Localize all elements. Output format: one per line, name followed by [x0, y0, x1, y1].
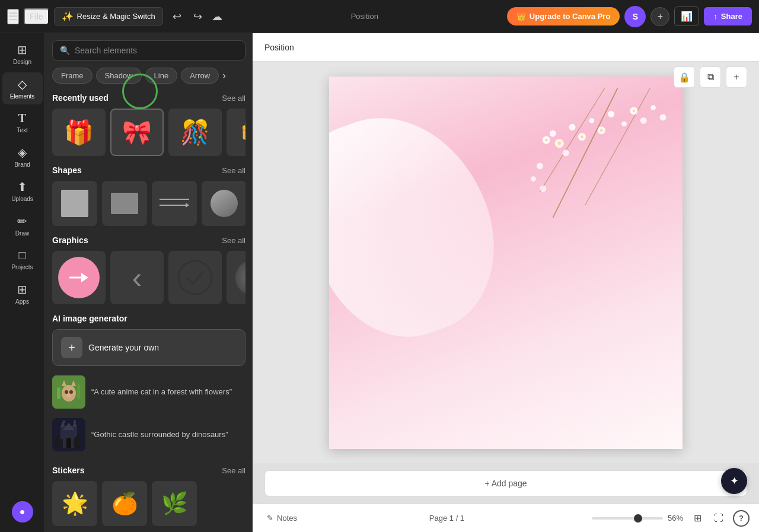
share-label: Share	[721, 12, 742, 21]
search-input[interactable]	[75, 46, 238, 55]
sidebar-item-projects[interactable]: □ Projects	[2, 244, 43, 275]
apps-icon: ⊞	[17, 282, 27, 297]
magic-fab-icon: ✦	[730, 474, 739, 488]
stickers-title: Stickers	[52, 466, 84, 475]
filter-chips: Frame Shadow Line Arrow ›	[45, 65, 253, 88]
design-canvas[interactable]: ↻	[329, 77, 683, 449]
graphic-item-blob[interactable]	[227, 251, 245, 304]
undo-button[interactable]: ↩	[168, 8, 186, 26]
view-options: ⊞ ⛶	[688, 509, 728, 528]
zoom-slider-thumb[interactable]	[634, 514, 642, 523]
gift-ribbon-icon: 🎊	[180, 119, 210, 146]
recently-used-see-all[interactable]: See all	[222, 94, 245, 103]
add-element-button[interactable]: +	[726, 66, 747, 88]
filter-chip-line[interactable]: Line	[145, 68, 178, 84]
sidebar-item-draw[interactable]: ✏ Draw	[2, 209, 43, 241]
grid-view-button[interactable]: ⊞	[688, 509, 707, 528]
sidebar-item-design[interactable]: ⊞ Design	[2, 38, 43, 70]
graphic-item-arrow-pink[interactable]	[52, 251, 106, 304]
shapes-see-all[interactable]: See all	[222, 166, 245, 175]
cloud-save-button[interactable]: ☁	[212, 10, 222, 23]
ai-generate-label: Generate your own	[88, 343, 159, 352]
gift-box-1-icon: 🎁	[64, 119, 94, 146]
svg-point-4	[178, 261, 212, 294]
arrow-line-shape	[160, 202, 189, 208]
help-button[interactable]: ?	[733, 510, 750, 527]
redo-button[interactable]: ↪	[189, 8, 207, 26]
user-avatar-button[interactable]: S	[624, 6, 646, 27]
recently-used-item-2[interactable]: 🎀	[110, 109, 164, 156]
sidebar-item-text[interactable]: T Text	[2, 107, 43, 138]
sticker-item-3[interactable]: 🌿	[152, 481, 197, 526]
gothic-castle-thumbnail-svg	[52, 418, 85, 451]
hamburger-menu-button[interactable]: ☰	[7, 9, 19, 24]
sidebar-item-apps[interactable]: ⊞ Apps	[2, 278, 43, 310]
filter-chips-more-button[interactable]: ›	[222, 68, 226, 84]
analytics-button[interactable]: 📊	[674, 7, 699, 26]
recently-used-grid: 🎁 🎀 🎊 🎁 ›	[52, 109, 245, 156]
undo-redo-group: ↩ ↪	[168, 8, 207, 26]
sidebar-design-label: Design	[13, 59, 31, 65]
sticker-item-2[interactable]: 🍊	[102, 481, 147, 526]
recently-used-item-1[interactable]: 🎁	[52, 109, 106, 156]
notes-button[interactable]: ✎ Notes	[262, 511, 302, 525]
checkmark-circle-graphic	[177, 260, 213, 295]
recently-used-item-4[interactable]: 🎁	[227, 109, 245, 156]
magic-fab-button[interactable]: ✦	[721, 468, 747, 494]
recently-used-item-3[interactable]: 🎊	[168, 109, 222, 156]
shapes-title: Shapes	[52, 165, 82, 175]
position-bar: Position	[253, 33, 759, 62]
circle-shape	[211, 190, 238, 217]
file-menu-button[interactable]: File	[24, 8, 49, 25]
user-profile-button[interactable]: ●	[12, 501, 33, 523]
shape-circle[interactable]	[202, 181, 245, 226]
topbar: ☰ File ✨ Resize & Magic Switch ↩ ↪ ☁ Pos…	[0, 0, 759, 33]
svg-rect-12	[57, 387, 60, 399]
sidebar-item-brand[interactable]: ◈ Brand	[2, 141, 43, 173]
sidebar-item-uploads[interactable]: ⬆ Uploads	[2, 175, 43, 207]
graphic-item-chevron[interactable]: ‹	[110, 251, 164, 304]
design-icon: ⊞	[17, 43, 27, 57]
duplicate-button[interactable]: ⧉	[700, 66, 721, 88]
zoom-slider[interactable]	[592, 517, 663, 520]
add-collaborator-button[interactable]: +	[650, 7, 669, 26]
sticker-2-icon: 🍊	[111, 491, 138, 516]
fullscreen-button[interactable]: ⛶	[709, 509, 728, 528]
sidebar-item-elements[interactable]: ◇ Elements	[2, 72, 43, 104]
canvas-viewport[interactable]: ↻	[253, 62, 759, 463]
svg-point-34	[563, 149, 569, 156]
shape-rectangle[interactable]	[102, 181, 147, 226]
graphics-title: Graphics	[52, 235, 88, 245]
svg-point-48	[581, 135, 583, 138]
svg-point-38	[621, 121, 627, 126]
stickers-grid: 🌟 🍊 🌿	[52, 481, 245, 526]
sticker-item-1[interactable]: 🌟	[52, 481, 97, 526]
filter-chip-shadow[interactable]: Shadow	[96, 68, 142, 84]
svg-point-45	[540, 185, 547, 192]
filter-chip-arrow[interactable]: Arrow	[181, 68, 219, 84]
shape-line[interactable]	[152, 181, 197, 226]
ai-example-2[interactable]: “Gothic castle surrounded by dinosaurs”	[52, 413, 245, 456]
share-button[interactable]: ↑ Share	[704, 7, 752, 26]
filter-chip-frame[interactable]: Frame	[52, 68, 93, 84]
search-icon: 🔍	[60, 46, 70, 55]
svg-point-35	[589, 117, 595, 123]
magic-switch-button[interactable]: ✨ Resize & Magic Switch	[54, 7, 163, 26]
sidebar-draw-label: Draw	[15, 230, 29, 237]
graphic-item-checkmark[interactable]	[168, 251, 222, 304]
add-page-button[interactable]: + Add page	[264, 470, 747, 496]
graphics-grid: ‹ ›	[52, 251, 245, 304]
projects-icon: □	[18, 249, 25, 262]
text-icon: T	[18, 112, 26, 125]
graphics-see-all[interactable]: See all	[222, 236, 245, 245]
svg-marker-1	[186, 203, 189, 208]
ai-example-1-text: “A cute anime cat in a forest with flowe…	[91, 387, 232, 397]
svg-point-47	[558, 141, 561, 144]
lock-button[interactable]: 🔒	[674, 66, 695, 88]
ai-generate-button[interactable]: + Generate your own	[52, 329, 245, 366]
graphics-section: Graphics See all ‹	[45, 231, 253, 309]
stickers-see-all[interactable]: See all	[222, 466, 245, 475]
upgrade-button[interactable]: 👑 Upgrade to Canva Pro	[507, 7, 620, 26]
shape-square[interactable]	[52, 181, 97, 226]
ai-example-1[interactable]: “A cute anime cat in a forest with flowe…	[52, 371, 245, 413]
